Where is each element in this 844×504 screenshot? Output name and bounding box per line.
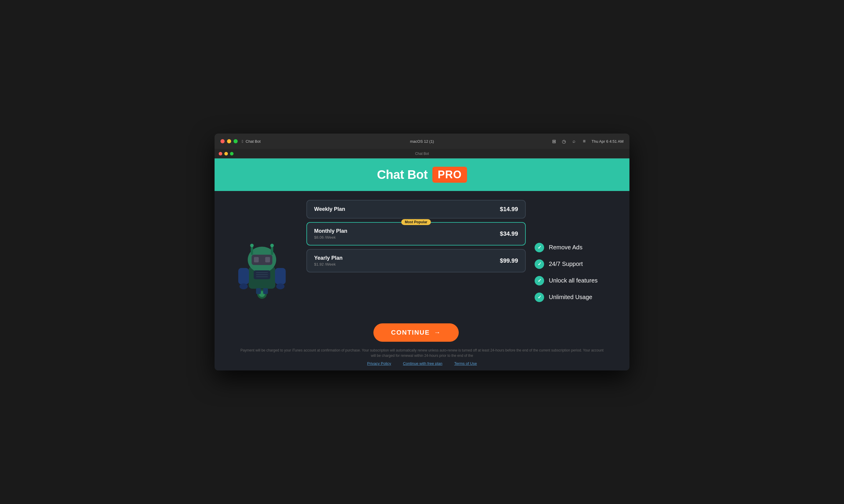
app-close-button[interactable] <box>219 152 222 156</box>
svg-rect-15 <box>256 272 268 273</box>
os-maximize-button[interactable] <box>233 139 238 143</box>
os-window:  Chat Bot macOS 12 (1) ⊞ ◷ ⌕ ≡ Thu Apr … <box>214 133 630 371</box>
svg-rect-10 <box>238 268 249 284</box>
app-menu-name: Chat Bot <box>246 139 261 144</box>
continue-arrow: → <box>434 329 441 336</box>
svg-rect-4 <box>265 257 270 263</box>
app-maximize-button[interactable] <box>230 152 233 156</box>
control-center-icon[interactable]: ⊞ <box>551 139 557 144</box>
app-minimize-button[interactable] <box>224 152 228 156</box>
svg-rect-17 <box>256 276 268 277</box>
monthly-plan-name: Monthly Plan <box>314 228 347 234</box>
os-titlebar-left:  Chat Bot <box>221 139 261 144</box>
os-titlebar-icons: ⊞ ◷ ⌕ ≡ Thu Apr 6 4:51 AM <box>551 139 623 144</box>
svg-rect-5 <box>251 247 253 255</box>
yearly-plan-card[interactable]: Yearly Plan $1.92 /Week $99.99 <box>306 249 526 272</box>
svg-rect-20 <box>256 288 261 294</box>
svg-point-6 <box>250 244 254 247</box>
weekly-plan-name: Weekly Plan <box>314 206 345 212</box>
os-close-button[interactable] <box>221 139 225 143</box>
app-inner-title: Chat Bot <box>415 151 429 156</box>
svg-rect-11 <box>275 268 286 284</box>
pro-badge: PRO <box>433 167 467 183</box>
main-body: Weekly Plan $14.99 Most Popular Monthly … <box>214 191 630 348</box>
apple-icon:  <box>242 139 243 144</box>
robot-illustration <box>226 200 298 342</box>
weekly-plan-info: Weekly Plan <box>314 206 345 212</box>
svg-rect-16 <box>256 274 268 275</box>
app-titlebar: Chat Bot <box>214 149 630 158</box>
feature-item-support: ✓ 24/7 Support <box>534 259 618 269</box>
app-window: Chat Bot Chat Bot PRO <box>214 149 630 371</box>
feature-text-unlock: Unlock all features <box>549 277 598 284</box>
monthly-plan-price: $34.99 <box>500 230 518 237</box>
clock: Thu Apr 6 4:51 AM <box>592 139 623 144</box>
app-content: Chat Bot PRO <box>214 158 630 371</box>
privacy-policy-link[interactable]: Privacy Policy <box>367 361 391 366</box>
feature-item-unlock: ✓ Unlock all features <box>534 276 618 286</box>
features-section: ✓ Remove Ads ✓ 24/7 Support ✓ Unlock all… <box>534 200 618 342</box>
yearly-plan-subtext: $1.92 /Week <box>314 262 342 267</box>
svg-point-12 <box>240 283 248 289</box>
weekly-plan-price: $14.99 <box>500 206 518 213</box>
weekly-plan-card[interactable]: Weekly Plan $14.99 <box>306 200 526 218</box>
os-traffic-lights <box>221 139 238 143</box>
feature-check-icon-2: ✓ <box>534 259 544 269</box>
yearly-plan-price: $99.99 <box>500 257 518 264</box>
svg-point-8 <box>270 244 274 247</box>
bottom-section: Payment will be charged to your iTunes a… <box>214 348 630 371</box>
feature-text-unlimited: Unlimited Usage <box>549 294 593 301</box>
yearly-plan-info: Yearly Plan $1.92 /Week <box>314 255 342 267</box>
plans-and-button: Weekly Plan $14.99 Most Popular Monthly … <box>306 200 526 342</box>
monthly-plan-info: Monthly Plan $8.06 /Week <box>314 228 347 239</box>
continue-label: CONTINUE <box>391 329 430 336</box>
feature-text-support: 24/7 Support <box>549 260 583 267</box>
time-machine-icon[interactable]: ◷ <box>561 139 567 144</box>
feature-item-unlimited: ✓ Unlimited Usage <box>534 292 618 302</box>
feature-check-icon-3: ✓ <box>534 276 544 286</box>
app-traffic-lights <box>219 152 233 156</box>
monthly-plan-subtext: $8.06 /Week <box>314 235 347 239</box>
monthly-plan-card[interactable]: Most Popular Monthly Plan $8.06 /Week $3… <box>306 222 526 246</box>
yearly-plan-name: Yearly Plan <box>314 255 342 261</box>
header-banner: Chat Bot PRO <box>214 158 630 191</box>
most-popular-badge: Most Popular <box>401 219 431 225</box>
os-titlebar:  Chat Bot macOS 12 (1) ⊞ ◷ ⌕ ≡ Thu Apr … <box>214 133 630 149</box>
payment-info: Payment will be charged to your iTunes a… <box>238 348 606 358</box>
continue-free-link[interactable]: Continue with free plan <box>403 361 442 366</box>
os-window-title: macOS 12 (1) <box>410 139 434 144</box>
svg-rect-21 <box>263 288 268 294</box>
footer-links: Privacy Policy Continue with free plan T… <box>238 361 606 366</box>
apple-menu:  Chat Bot <box>242 139 261 144</box>
os-minimize-button[interactable] <box>227 139 231 143</box>
feature-check-icon: ✓ <box>534 243 544 252</box>
feature-text-remove-ads: Remove Ads <box>549 244 582 251</box>
search-icon[interactable]: ⌕ <box>572 139 577 144</box>
notification-icon[interactable]: ≡ <box>581 139 587 144</box>
feature-check-icon-4: ✓ <box>534 292 544 302</box>
feature-item-remove-ads: ✓ Remove Ads <box>534 243 618 252</box>
header-title: Chat Bot <box>377 168 428 182</box>
continue-button[interactable]: CONTINUE → <box>373 323 459 342</box>
plans-section: Weekly Plan $14.99 Most Popular Monthly … <box>306 200 526 321</box>
svg-rect-3 <box>254 257 259 263</box>
svg-rect-7 <box>271 247 273 255</box>
svg-point-13 <box>276 283 284 289</box>
terms-of-use-link[interactable]: Terms of Use <box>454 361 477 366</box>
